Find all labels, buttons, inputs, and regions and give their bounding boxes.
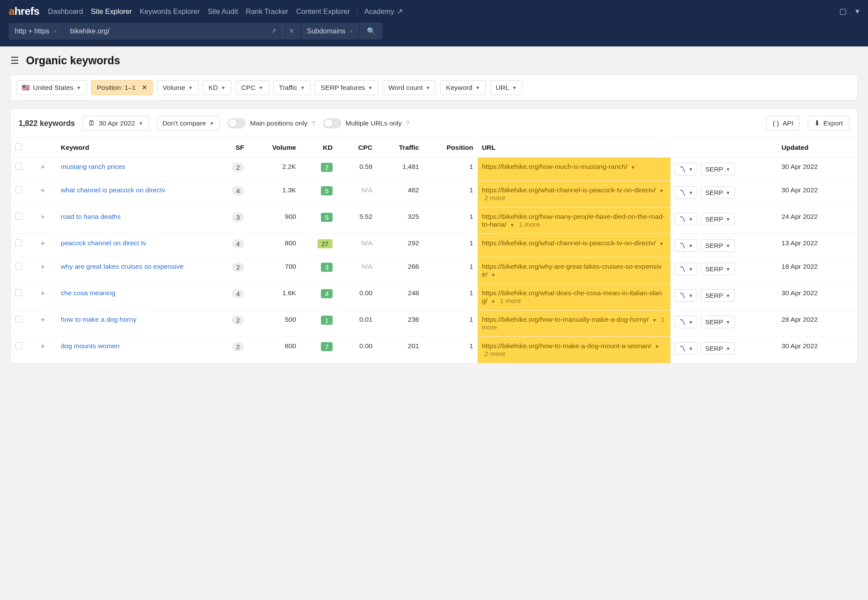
sf-badge[interactable]: 2 xyxy=(232,263,244,272)
keyword-link[interactable]: road to hana deaths xyxy=(61,213,121,220)
select-all-checkbox[interactable] xyxy=(15,143,22,150)
expand-icon[interactable]: + xyxy=(40,263,45,271)
sf-badge[interactable]: 2 xyxy=(232,342,244,351)
keyword-link[interactable]: che cosa meaning xyxy=(61,289,116,297)
nav-item-dashboard[interactable]: Dashboard xyxy=(48,7,83,16)
trend-button[interactable]: 〽▼ xyxy=(675,213,697,225)
filter-traffic[interactable]: Traffic▼ xyxy=(273,80,310,95)
trend-button[interactable]: 〽▼ xyxy=(675,263,697,275)
compare-select[interactable]: Don't compare ▼ xyxy=(157,116,220,131)
row-checkbox[interactable] xyxy=(15,186,22,193)
nav-item-rank-tracker[interactable]: Rank Tracker xyxy=(246,7,288,16)
serp-button[interactable]: SERP▼ xyxy=(701,289,735,302)
url-cell[interactable]: https://bikehike.org/how-much-is-mustang… xyxy=(478,158,671,181)
filter-country[interactable]: 🇺🇸 United States ▼ xyxy=(16,80,87,95)
trend-button[interactable]: 〽▼ xyxy=(675,186,697,199)
url-input[interactable] xyxy=(64,23,264,40)
url-more[interactable]: 2 more xyxy=(485,350,505,357)
filter-kd[interactable]: KD▼ xyxy=(203,80,231,95)
serp-button[interactable]: SERP▼ xyxy=(701,186,735,199)
date-select[interactable]: 🗓 30 Apr 2022 ▼ xyxy=(83,116,149,131)
url-more[interactable]: 1 more xyxy=(500,297,521,304)
row-checkbox[interactable] xyxy=(15,316,22,323)
row-checkbox[interactable] xyxy=(15,289,22,296)
col-sf[interactable]: SF xyxy=(216,138,248,158)
row-checkbox[interactable] xyxy=(15,263,22,270)
col-url[interactable]: URL xyxy=(478,138,671,158)
window-icon[interactable]: ▢ xyxy=(839,7,847,16)
keyword-link[interactable]: mustang ranch prices xyxy=(61,163,125,170)
col-cpc[interactable]: CPC xyxy=(337,138,377,158)
col-updated[interactable]: Updated xyxy=(777,138,857,158)
trend-button[interactable]: 〽▼ xyxy=(675,163,697,175)
col-keyword[interactable]: Keyword xyxy=(56,138,216,158)
close-icon[interactable]: ✕ xyxy=(139,84,147,92)
external-link-icon[interactable]: ↗ xyxy=(264,27,282,35)
close-icon[interactable]: ✕ xyxy=(283,27,300,35)
help-icon[interactable]: ? xyxy=(312,120,315,127)
url-cell[interactable]: https://bikehike.org/what-channel-is-pea… xyxy=(478,234,671,257)
help-icon[interactable]: ? xyxy=(406,120,409,127)
url-cell[interactable]: https://bikehike.org/why-are-great-lakes… xyxy=(478,257,671,284)
filter-serp-features[interactable]: SERP features▼ xyxy=(315,80,378,95)
keyword-link[interactable]: how to make a dog horny xyxy=(61,316,136,323)
sf-badge[interactable]: 4 xyxy=(232,239,244,248)
url-more[interactable]: 2 more xyxy=(485,194,505,201)
row-checkbox[interactable] xyxy=(15,342,22,349)
sf-badge[interactable]: 2 xyxy=(232,163,244,172)
serp-button[interactable]: SERP▼ xyxy=(701,263,735,275)
row-checkbox[interactable] xyxy=(15,163,22,170)
expand-icon[interactable]: + xyxy=(40,289,45,298)
serp-button[interactable]: SERP▼ xyxy=(701,316,735,328)
serp-button[interactable]: SERP▼ xyxy=(701,239,735,252)
serp-button[interactable]: SERP▼ xyxy=(701,213,735,225)
filter-volume[interactable]: Volume▼ xyxy=(157,80,199,95)
url-cell[interactable]: https://bikehike.org/how-to-make-a-dog-m… xyxy=(478,337,671,363)
nav-item-content-explorer[interactable]: Content Explorer xyxy=(296,7,350,16)
col-position[interactable]: Position xyxy=(423,138,477,158)
trend-button[interactable]: 〽▼ xyxy=(675,342,697,355)
toggle-switch[interactable] xyxy=(323,118,341,129)
trend-button[interactable]: 〽▼ xyxy=(675,316,697,328)
logo[interactable]: ahrefs xyxy=(9,5,40,17)
trend-button[interactable]: 〽▼ xyxy=(675,289,697,302)
keyword-link[interactable]: why are great lakes cruises so expensive xyxy=(61,263,184,270)
url-cell[interactable]: https://bikehike.org/what-does-che-cosa-… xyxy=(478,284,671,310)
url-cell[interactable]: https://bikehike.org/how-many-people-hav… xyxy=(478,208,671,234)
filter-word-count[interactable]: Word count▼ xyxy=(383,80,436,95)
export-button[interactable]: ⬇ Export xyxy=(808,116,849,131)
trend-button[interactable]: 〽▼ xyxy=(675,239,697,252)
chevron-down-icon[interactable]: ▾ xyxy=(855,7,859,16)
expand-icon[interactable]: + xyxy=(40,163,45,171)
search-button[interactable]: 🔍 xyxy=(360,23,383,40)
url-more[interactable]: 1 more xyxy=(519,221,540,228)
keyword-link[interactable]: what channel is peacock on directv xyxy=(61,186,165,194)
toggle-switch[interactable] xyxy=(228,118,246,129)
protocol-select[interactable]: http + https ▼ xyxy=(9,23,64,40)
api-button[interactable]: { } API xyxy=(766,116,800,131)
expand-icon[interactable]: + xyxy=(40,239,45,248)
row-checkbox[interactable] xyxy=(15,239,22,246)
sf-badge[interactable]: 4 xyxy=(232,186,244,195)
expand-icon[interactable]: + xyxy=(40,342,45,351)
filter-position[interactable]: Position: 1–1 ✕ xyxy=(91,80,153,95)
mode-select[interactable]: Subdomains ▼ xyxy=(300,23,360,40)
col-traffic[interactable]: Traffic xyxy=(377,138,423,158)
serp-button[interactable]: SERP▼ xyxy=(701,342,735,355)
row-checkbox[interactable] xyxy=(15,213,22,220)
hamburger-icon[interactable]: ☰ xyxy=(10,55,19,66)
sf-badge[interactable]: 2 xyxy=(232,316,244,325)
filter-keyword[interactable]: Keyword▼ xyxy=(440,80,485,95)
col-kd[interactable]: KD xyxy=(300,138,337,158)
sf-badge[interactable]: 3 xyxy=(232,213,244,222)
url-cell[interactable]: https://bikehike.org/what-channel-is-pea… xyxy=(478,181,671,208)
expand-icon[interactable]: + xyxy=(40,186,45,195)
filter-cpc[interactable]: CPC▼ xyxy=(236,80,269,95)
expand-icon[interactable]: + xyxy=(40,213,45,221)
filter-url[interactable]: URL▼ xyxy=(490,80,523,95)
keyword-link[interactable]: peacock channel on direct tv xyxy=(61,239,146,247)
expand-icon[interactable]: + xyxy=(40,316,45,324)
academy-link[interactable]: Academy ↗ xyxy=(364,7,403,16)
nav-item-keywords-explorer[interactable]: Keywords Explorer xyxy=(140,7,200,16)
nav-item-site-audit[interactable]: Site Audit xyxy=(208,7,238,16)
